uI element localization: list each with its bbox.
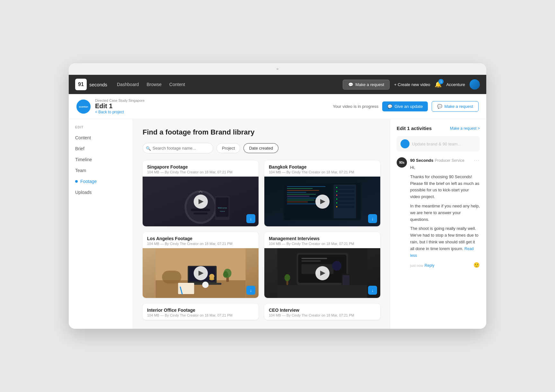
svg-point-65 bbox=[285, 274, 290, 281]
sidebar-item-uploads[interactable]: Uploads bbox=[69, 187, 133, 198]
create-video-button[interactable]: + Create new video bbox=[394, 82, 430, 87]
video-card-la: Los Angeles Footage 104 MB — By Cindy Th… bbox=[143, 232, 259, 298]
brand: 91 seconds bbox=[75, 79, 107, 90]
video-thumbnail-bangkok[interactable]: ↓ bbox=[264, 177, 380, 226]
download-button[interactable]: ↓ bbox=[368, 286, 377, 295]
video-meta: 104 MB — By Cindy The Creator on 18 Mar,… bbox=[147, 242, 254, 246]
message-more-button[interactable]: ··· bbox=[474, 158, 480, 163]
activity-message: 90s 90 Seconds Producer Service ··· Hi, … bbox=[397, 157, 480, 268]
activity-input-row[interactable]: Update brand & 90 team... bbox=[397, 136, 480, 152]
video-card-header: Management Interviews 104 MB — By Cindy … bbox=[264, 232, 380, 248]
svg-rect-16 bbox=[287, 186, 326, 187]
video-thumbnail-mgmt[interactable]: ↓ bbox=[264, 248, 380, 298]
video-card-header: Interior Office Footage 104 MB — By Cind… bbox=[143, 304, 259, 320]
sidebar-item-timeline[interactable]: Timeline bbox=[69, 154, 133, 165]
filter-bar: 🔍 Project Date created bbox=[143, 143, 380, 153]
svg-rect-32 bbox=[335, 205, 355, 208]
project-logo: accenture bbox=[76, 100, 91, 114]
browser-frame: 91 seconds Dashboard Browse Content 💬 Ma… bbox=[69, 63, 486, 329]
sidebar-item-content[interactable]: Content bbox=[69, 132, 133, 143]
play-button[interactable] bbox=[315, 266, 330, 280]
request-icon: 💬 bbox=[348, 82, 353, 87]
message-header: 90 Seconds Producer Service ··· bbox=[410, 157, 480, 163]
search-input[interactable] bbox=[143, 143, 213, 153]
video-title: Interior Office Footage bbox=[147, 308, 254, 313]
svg-rect-27 bbox=[335, 186, 355, 189]
video-title: Singapore Footage bbox=[147, 164, 254, 170]
svg-point-36 bbox=[336, 198, 338, 200]
svg-point-14 bbox=[201, 191, 203, 193]
svg-point-59 bbox=[332, 261, 342, 271]
video-card-header: Singapore Footage 104 MB — By Cindy The … bbox=[143, 161, 259, 177]
active-indicator bbox=[75, 180, 78, 183]
video-card-ceo: CEO Interview 104 MB — By Cindy The Crea… bbox=[264, 304, 380, 320]
activity-user-avatar bbox=[401, 139, 410, 148]
header-make-request-button[interactable]: 💬 Make a request bbox=[432, 101, 479, 112]
svg-rect-49 bbox=[209, 274, 215, 279]
activity-input[interactable]: Update brand & 90 team... bbox=[412, 142, 476, 146]
svg-text:Home: Home bbox=[220, 210, 225, 212]
svg-point-47 bbox=[223, 271, 228, 278]
svg-point-13 bbox=[200, 191, 201, 192]
content-area: Find a footage from Brand library 🔍 Proj… bbox=[133, 119, 390, 329]
notification-button[interactable]: 🔔 1 bbox=[435, 81, 442, 88]
download-button[interactable]: ↓ bbox=[246, 286, 255, 295]
sidebar-item-team[interactable]: Team bbox=[69, 165, 133, 176]
activities-panel: Edit 1 activities Make a request > Updat… bbox=[390, 119, 486, 329]
date-filter-button[interactable]: Date created bbox=[243, 143, 278, 153]
status-text: Your video is in progress bbox=[333, 104, 378, 109]
play-icon bbox=[320, 199, 325, 204]
sidebar-item-footage[interactable]: Footage bbox=[69, 176, 133, 187]
reply-button[interactable]: Reply bbox=[425, 263, 435, 268]
download-button[interactable]: ↓ bbox=[368, 214, 377, 223]
play-button[interactable] bbox=[194, 266, 208, 280]
video-meta: 104 MB — By Cindy The Creator on 18 Mar,… bbox=[269, 170, 376, 174]
message-time-reply: just now Reply bbox=[410, 262, 435, 268]
nav-dashboard[interactable]: Dashboard bbox=[117, 82, 139, 87]
make-request-activities-link[interactable]: Make a request > bbox=[450, 126, 480, 131]
video-card-singapore: Singapore Footage 104 MB — By Cindy The … bbox=[143, 161, 259, 226]
video-meta: 104 MB — By Cindy The Creator on 18 Mar,… bbox=[147, 170, 254, 174]
video-title: Bangkok Footage bbox=[269, 164, 376, 170]
back-to-project-link[interactable]: < Back to project bbox=[95, 110, 333, 114]
sidebar-section-label: EDIT bbox=[69, 126, 133, 132]
main-layout: EDIT Content Brief Timeline Team Footage… bbox=[69, 119, 486, 329]
navbar: 91 seconds Dashboard Browse Content 💬 Ma… bbox=[69, 75, 486, 94]
play-button[interactable] bbox=[315, 195, 330, 209]
svg-rect-26 bbox=[334, 185, 356, 218]
video-grid: Singapore Footage 104 MB — By Cindy The … bbox=[143, 161, 380, 320]
sender-name: 90 Seconds bbox=[410, 158, 433, 163]
project-title: Edit 1 bbox=[95, 102, 333, 110]
project-breadcrumb: Directed Case Study Singapore bbox=[95, 99, 333, 102]
svg-rect-17 bbox=[287, 188, 313, 189]
search-icon: 🔍 bbox=[146, 146, 151, 151]
navbar-make-request-button[interactable]: 💬 Make a request bbox=[343, 80, 390, 90]
nav-browse[interactable]: Browse bbox=[146, 82, 162, 87]
nav-content[interactable]: Content bbox=[169, 82, 185, 87]
notification-badge: 1 bbox=[438, 79, 444, 84]
video-card-bangkok: Bangkok Footage 104 MB — By Cindy The Cr… bbox=[264, 161, 380, 226]
svg-rect-21 bbox=[287, 196, 310, 196]
brand-logo: 91 bbox=[75, 79, 87, 90]
brand-name: seconds bbox=[89, 82, 107, 87]
svg-rect-7 bbox=[194, 213, 208, 214]
give-update-button[interactable]: 💬 Give an update bbox=[382, 101, 428, 111]
project-header: accenture Directed Case Study Singapore … bbox=[69, 94, 486, 119]
svg-point-52 bbox=[202, 282, 209, 288]
video-card-header: Los Angeles Footage 104 MB — By Cindy Th… bbox=[143, 232, 259, 248]
svg-point-33 bbox=[336, 187, 338, 188]
svg-rect-30 bbox=[335, 198, 355, 200]
emoji-button[interactable]: 🙂 bbox=[473, 262, 480, 268]
video-thumbnail-singapore[interactable]: Welcome Home ↓ bbox=[143, 177, 259, 226]
project-filter-button[interactable]: Project bbox=[216, 143, 240, 153]
browser-dot bbox=[277, 68, 278, 70]
sidebar-item-brief[interactable]: Brief bbox=[69, 143, 133, 154]
svg-point-37 bbox=[336, 202, 338, 204]
svg-rect-6 bbox=[191, 209, 210, 211]
download-button[interactable]: ↓ bbox=[246, 214, 255, 223]
account-avatar[interactable] bbox=[470, 79, 480, 90]
play-button[interactable] bbox=[194, 195, 208, 209]
project-info: Directed Case Study Singapore Edit 1 < B… bbox=[95, 99, 333, 114]
video-thumbnail-la[interactable]: ↓ bbox=[143, 248, 259, 298]
svg-rect-24 bbox=[287, 202, 308, 202]
